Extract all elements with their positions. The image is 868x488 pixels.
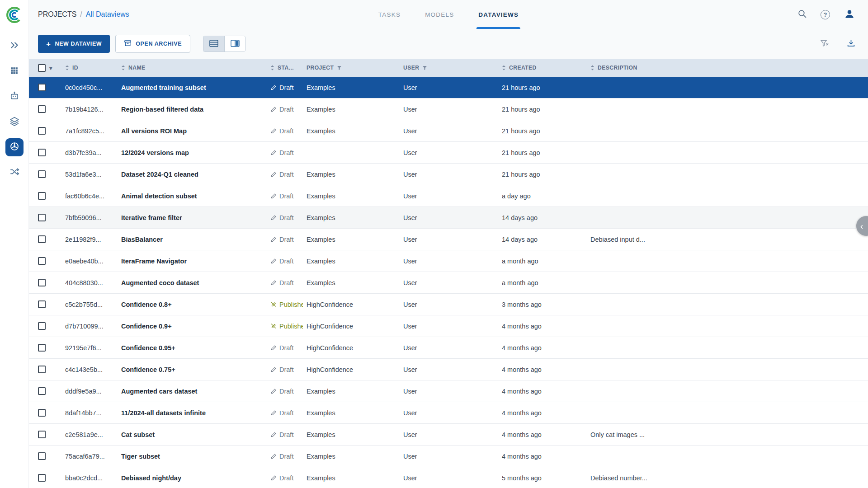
published-pencil-off-icon: [270, 301, 277, 308]
tab-models[interactable]: MODELS: [423, 0, 456, 29]
table-row[interactable]: 2e11982f9... BiasBalancer Draft Examples…: [29, 229, 868, 250]
table-row[interactable]: 7a1fc892c5... All versions ROI Map Draft…: [29, 120, 868, 142]
row-project: HighConfidence: [303, 301, 400, 308]
status-label: Draft: [279, 409, 293, 417]
table-row[interactable]: 7bfb59096... Iterative frame filter Draf…: [29, 207, 868, 229]
select-all-checkbox[interactable]: [38, 64, 46, 72]
row-name[interactable]: 11/2024-all datasets infinite: [118, 409, 267, 417]
caret-down-icon[interactable]: ▾: [49, 65, 52, 71]
status-label: Draft: [279, 171, 293, 178]
table-row[interactable]: d7b710099... Confidence 0.9+ Published H…: [29, 315, 868, 337]
row-name[interactable]: All versions ROI Map: [118, 127, 267, 135]
table-row[interactable]: fac60b6c4e... Animal detection subset Dr…: [29, 185, 868, 207]
row-checkbox[interactable]: [38, 431, 46, 438]
table-row[interactable]: c5c2b755d... Confidence 0.8+ Published H…: [29, 294, 868, 315]
row-checkbox[interactable]: [38, 474, 46, 482]
row-name[interactable]: Confidence 0.75+: [118, 366, 267, 373]
row-checkbox[interactable]: [38, 149, 46, 156]
row-checkbox[interactable]: [38, 322, 46, 330]
layers-icon: [9, 116, 19, 128]
table-row[interactable]: 0c0cd450c... Augmented training subset D…: [29, 77, 868, 99]
row-name[interactable]: Augmented coco dataset: [118, 279, 267, 286]
row-name[interactable]: Confidence 0.8+: [118, 301, 267, 308]
row-created: 4 months ago: [498, 366, 587, 373]
row-user: User: [400, 344, 498, 352]
column-header-description[interactable]: DESCRIPTION: [587, 65, 868, 71]
column-header-project[interactable]: PROJECT: [303, 65, 400, 71]
column-header-status[interactable]: STA...: [267, 65, 303, 71]
row-checkbox[interactable]: [38, 366, 46, 373]
search-button[interactable]: [797, 9, 807, 20]
row-checkbox[interactable]: [38, 105, 46, 113]
row-checkbox[interactable]: [38, 409, 46, 417]
row-checkbox[interactable]: [38, 84, 46, 91]
table-row[interactable]: dddf9e5a9... Augmented cars dataset Draf…: [29, 380, 868, 402]
sidebar-item-agents[interactable]: [5, 88, 24, 106]
row-name[interactable]: Tiger subset: [118, 453, 267, 460]
table-row[interactable]: bba0c2dcd... Debiased night/day Draft Ex…: [29, 467, 868, 488]
row-created: a month ago: [498, 279, 587, 286]
table-row[interactable]: 75acaf6a79... Tiger subset Draft Example…: [29, 446, 868, 467]
sidebar-item-pipelines[interactable]: [5, 164, 24, 182]
table-row[interactable]: c2e581a9e... Cat subset Draft Examples U…: [29, 424, 868, 446]
split-view-icon: [231, 40, 240, 48]
column-header-user[interactable]: USER: [400, 65, 498, 71]
row-name[interactable]: Animal detection subset: [118, 192, 267, 200]
sidebar-item-datasets[interactable]: [5, 62, 24, 80]
row-checkbox[interactable]: [38, 387, 46, 395]
table-row[interactable]: 92195e7f6... Confidence 0.95+ Draft High…: [29, 337, 868, 359]
table-row[interactable]: 7b19b4126... Region-based filtered data …: [29, 99, 868, 120]
table-row[interactable]: e0aebe40b... IteraFrame Navigator Draft …: [29, 250, 868, 272]
row-checkbox[interactable]: [38, 192, 46, 200]
help-button[interactable]: ?: [821, 10, 830, 19]
row-name[interactable]: BiasBalancer: [118, 236, 267, 243]
row-name[interactable]: Debiased night/day: [118, 474, 267, 482]
column-header-created[interactable]: CREATED: [498, 65, 587, 71]
table-row[interactable]: 8daf14bb7... 11/2024-all datasets infini…: [29, 402, 868, 424]
row-name[interactable]: Augmented training subset: [118, 84, 267, 91]
table-row[interactable]: 53d1fa6e3... Dataset 2024-Q1 cleaned Dra…: [29, 164, 868, 185]
breadcrumb-projects[interactable]: PROJECTS: [38, 10, 76, 19]
row-checkbox[interactable]: [38, 279, 46, 286]
row-name[interactable]: Iterative frame filter: [118, 214, 267, 221]
filter-funnel-icon[interactable]: [422, 66, 427, 70]
new-dataview-button[interactable]: + NEW DATAVIEW: [38, 35, 110, 53]
table-row[interactable]: 404c88030... Augmented coco dataset Draf…: [29, 272, 868, 294]
row-name[interactable]: IteraFrame Navigator: [118, 258, 267, 265]
split-view-toggle[interactable]: [224, 36, 245, 52]
sidebar-item-experiments[interactable]: [5, 37, 24, 55]
sidebar: [0, 0, 29, 488]
open-archive-button[interactable]: OPEN ARCHIVE: [115, 35, 190, 53]
table-view-toggle[interactable]: [203, 36, 224, 52]
published-pencil-off-icon: [270, 323, 277, 329]
row-checkbox[interactable]: [38, 170, 46, 178]
column-header-id[interactable]: ID: [61, 65, 118, 71]
clear-filters-button[interactable]: [820, 39, 829, 49]
row-checkbox[interactable]: [38, 127, 46, 135]
table-row[interactable]: d3b7fe39a... 12/2024 versions map Draft …: [29, 142, 868, 164]
clearml-logo-icon[interactable]: [5, 5, 24, 24]
row-name[interactable]: 12/2024 versions map: [118, 149, 267, 156]
row-name[interactable]: Dataset 2024-Q1 cleaned: [118, 171, 267, 178]
tab-dataviews[interactable]: DATAVIEWS: [476, 0, 520, 29]
breadcrumb-current[interactable]: All Dataviews: [86, 10, 129, 19]
filter-funnel-icon[interactable]: [337, 66, 342, 70]
row-checkbox[interactable]: [38, 214, 46, 221]
row-checkbox[interactable]: [38, 344, 46, 352]
row-name[interactable]: Confidence 0.9+: [118, 323, 267, 330]
column-header-name[interactable]: NAME: [118, 65, 267, 71]
row-checkbox[interactable]: [38, 452, 46, 460]
row-name[interactable]: Region-based filtered data: [118, 106, 267, 113]
table-row[interactable]: c4c143e5b... Confidence 0.75+ Draft High…: [29, 359, 868, 380]
tab-tasks[interactable]: TASKS: [377, 0, 402, 29]
row-checkbox[interactable]: [38, 300, 46, 308]
user-menu-button[interactable]: [844, 8, 855, 21]
sidebar-item-hyperdatasets[interactable]: [5, 113, 24, 131]
row-checkbox[interactable]: [38, 257, 46, 265]
row-name[interactable]: Augmented cars dataset: [118, 388, 267, 395]
download-button[interactable]: [847, 39, 855, 49]
row-name[interactable]: Confidence 0.95+: [118, 344, 267, 352]
row-checkbox[interactable]: [38, 235, 46, 243]
sidebar-item-dataviews[interactable]: [5, 138, 24, 156]
row-name[interactable]: Cat subset: [118, 431, 267, 438]
